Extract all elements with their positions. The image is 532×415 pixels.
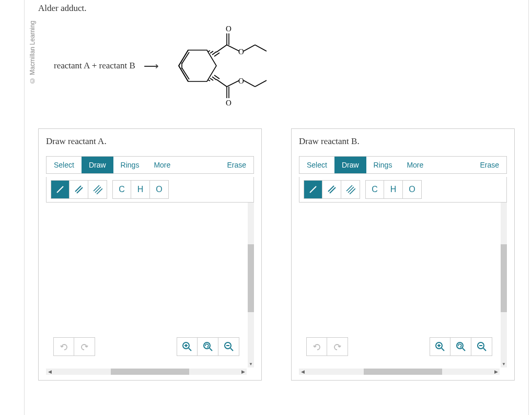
zoom-out-icon [224, 341, 234, 352]
zoom-in-button[interactable] [177, 337, 198, 356]
vertical-scrollbar[interactable]: ▼ [501, 203, 507, 367]
canvas-wrap-a: ▼ ◀ ▶ [46, 203, 254, 375]
svg-line-58 [348, 187, 354, 193]
undo-button[interactable] [306, 337, 327, 356]
zoom-in-icon [182, 341, 192, 352]
tab-rings[interactable]: Rings [366, 157, 400, 173]
atom-o-button[interactable]: O [150, 180, 169, 199]
drawing-panels: Draw reactant A. Select Draw Rings More … [38, 128, 515, 381]
zoom-reset-button[interactable] [198, 337, 218, 356]
atom-h-button[interactable]: H [131, 180, 150, 199]
svg-line-56 [330, 187, 336, 193]
svg-line-65 [462, 348, 465, 351]
svg-point-64 [457, 342, 463, 349]
single-bond-button[interactable] [304, 180, 322, 199]
atom-c-button[interactable]: C [365, 180, 384, 199]
tab-more[interactable]: More [146, 157, 178, 173]
zoom-out-icon [477, 341, 487, 352]
svg-line-43 [95, 187, 101, 193]
tab-erase[interactable]: Erase [472, 157, 506, 173]
svg-text:O: O [226, 99, 232, 107]
zoom-reset-icon [203, 341, 213, 352]
redo-button[interactable] [74, 337, 95, 356]
svg-line-42 [94, 185, 99, 191]
canvas-wrap-b: ▼ ◀ ▶ [299, 203, 507, 375]
svg-line-67 [483, 348, 486, 351]
reaction-label: reactant A + reactant B [54, 61, 135, 71]
double-bond-button[interactable] [322, 180, 341, 199]
panel-reactant-b: Draw reactant B. Select Draw Rings More … [291, 128, 515, 381]
svg-line-46 [189, 348, 191, 351]
svg-point-49 [204, 342, 210, 349]
triple-bond-button[interactable] [341, 180, 360, 199]
zoom-reset-icon [456, 341, 466, 352]
svg-text:O: O [238, 48, 244, 56]
tab-erase[interactable]: Erase [219, 157, 253, 173]
svg-line-61 [442, 348, 444, 351]
tab-select[interactable]: Select [299, 157, 334, 173]
double-bond-button[interactable] [70, 180, 88, 199]
svg-line-50 [210, 348, 212, 351]
undo-button[interactable] [53, 337, 74, 356]
svg-line-54 [310, 186, 316, 193]
panel-a-title: Draw reactant A. [46, 136, 254, 147]
triple-bond-button[interactable] [88, 180, 107, 199]
svg-line-40 [75, 186, 81, 192]
subtoolbar-b: C H O [299, 177, 507, 203]
single-bond-button[interactable] [51, 180, 70, 199]
zoom-out-button[interactable] [471, 337, 492, 356]
tab-draw[interactable]: Draw [82, 157, 113, 173]
toolbar-b: Select Draw Rings More Erase [299, 156, 507, 174]
tab-draw[interactable]: Draw [334, 157, 366, 173]
svg-text:O: O [226, 25, 232, 33]
reaction-scheme: reactant A + reactant B ⟶ [54, 24, 515, 108]
horizontal-scrollbar[interactable]: ◀ ▶ [299, 369, 500, 375]
atom-c-button[interactable]: C [112, 180, 131, 199]
svg-line-59 [350, 188, 355, 194]
undo-icon [312, 342, 321, 351]
svg-line-52 [230, 348, 233, 351]
svg-text:O: O [238, 77, 244, 85]
zoom-in-icon [435, 341, 445, 352]
toolbar-a: Select Draw Rings More Erase [46, 156, 254, 174]
reaction-arrow-icon: ⟶ [144, 60, 159, 72]
panel-b-title: Draw reactant B. [299, 136, 507, 147]
redo-icon [80, 342, 89, 351]
tab-more[interactable]: More [399, 157, 431, 173]
svg-line-44 [97, 188, 102, 194]
horizontal-scrollbar[interactable]: ◀ ▶ [46, 369, 247, 375]
zoom-out-button[interactable] [218, 337, 239, 356]
zoom-in-button[interactable] [430, 337, 450, 356]
svg-line-57 [346, 185, 352, 191]
intro-text: Alder adduct. [38, 3, 515, 14]
product-structure: O O O O [169, 24, 284, 108]
main-content: Alder adduct. reactant A + reactant B ⟶ [24, 0, 529, 415]
subtoolbar-a: C H O [46, 177, 254, 203]
panel-reactant-a: Draw reactant A. Select Draw Rings More … [38, 128, 262, 381]
tab-rings[interactable]: Rings [113, 157, 147, 173]
atom-h-button[interactable]: H [384, 180, 403, 199]
redo-icon [333, 342, 342, 351]
atom-o-button[interactable]: O [403, 180, 422, 199]
svg-line-55 [328, 186, 334, 192]
undo-icon [59, 342, 68, 351]
redo-button[interactable] [327, 337, 348, 356]
tab-select[interactable]: Select [47, 157, 82, 173]
zoom-reset-button[interactable] [450, 337, 471, 356]
svg-line-39 [57, 186, 63, 193]
svg-line-41 [77, 187, 83, 193]
vertical-scrollbar[interactable]: ▼ [248, 203, 254, 367]
